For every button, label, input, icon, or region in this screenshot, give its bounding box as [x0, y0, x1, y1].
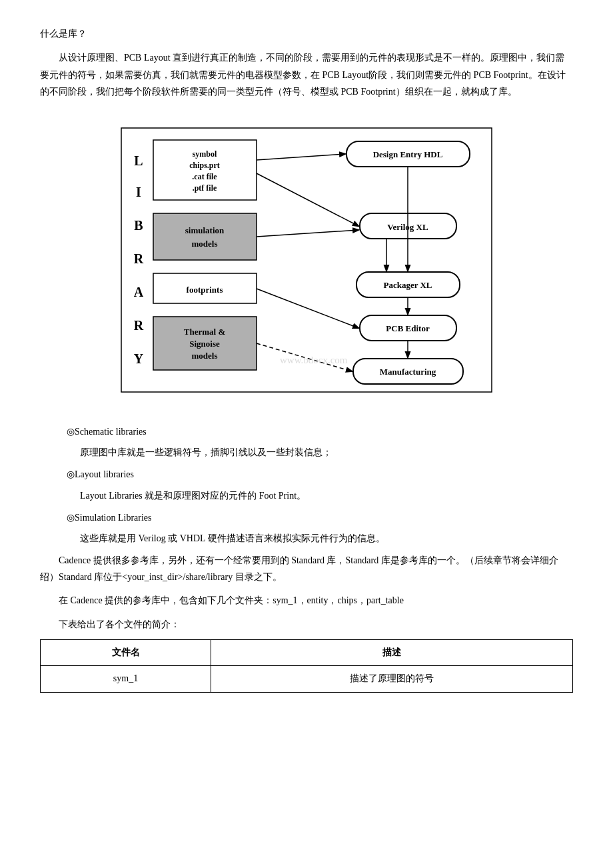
simulation-content: 这些库就是用 Verilog 或 VHDL 硬件描述语言来模拟实际元件行为的信息… [80, 530, 573, 547]
table-header-filename: 文件名 [41, 639, 211, 665]
svg-text:footprints: footprints [187, 285, 223, 295]
svg-text:.cat file: .cat file [192, 172, 217, 181]
svg-text:simulation: simulation [185, 225, 225, 235]
svg-text:symbol: symbol [193, 149, 217, 159]
table-cell-description: 描述了原理图的符号 [211, 666, 573, 692]
library-diagram: L I B R A R Y symbol chips.prt .cat file… [40, 113, 573, 407]
table-header-description: 描述 [211, 639, 573, 665]
layout-section: ◎Layout libraries Layout Libraries 就是和原理… [40, 466, 573, 503]
page-title: 什么是库？ [40, 27, 573, 41]
svg-text:Signoise: Signoise [189, 339, 220, 349]
svg-rect-13 [153, 213, 257, 260]
cadence-paragraph-1: Cadence 提供很多参考库，另外，还有一个经常要用到的 Standard 库… [40, 552, 573, 585]
schematic-section: ◎Schematic libraries 原理图中库就是一些逻辑符号，插脚引线以… [40, 423, 573, 461]
svg-text:PCB Editor: PCB Editor [386, 323, 430, 333]
schematic-bullet: ◎Schematic libraries [67, 423, 573, 440]
table-intro: 下表给出了各个文件的简介： [59, 616, 573, 633]
table-cell-filename: sym_1 [41, 666, 211, 692]
svg-text:Design Entry HDL: Design Entry HDL [373, 149, 443, 159]
svg-text:I: I [136, 185, 141, 199]
svg-text:A: A [134, 285, 144, 299]
svg-text:R: R [134, 251, 144, 266]
cadence-paragraph-2: 在 Cadence 提供的参考库中，包含如下几个文件夹：sym_1，entity… [40, 592, 573, 609]
simulation-section: ◎Simulation Libraries 这些库就是用 Verilog 或 V… [40, 509, 573, 547]
svg-text:L: L [134, 153, 143, 168]
svg-text:www.bdocx.com: www.bdocx.com [280, 355, 348, 365]
layout-bullet: ◎Layout libraries [67, 466, 573, 483]
files-table: 文件名 描述 sym_1 描述了原理图的符号 [40, 639, 573, 693]
table-row: sym_1 描述了原理图的符号 [41, 666, 573, 692]
svg-text:Y: Y [134, 351, 144, 366]
svg-text:models: models [192, 239, 218, 249]
simulation-bullet: ◎Simulation Libraries [67, 509, 573, 526]
svg-text:chips.prt: chips.prt [189, 161, 220, 170]
svg-text:.ptf file: .ptf file [193, 183, 217, 193]
svg-text:Manufacturing: Manufacturing [380, 367, 436, 377]
svg-text:R: R [134, 318, 144, 333]
svg-text:Thermal &: Thermal & [184, 327, 226, 337]
svg-text:B: B [134, 218, 143, 233]
svg-text:Packager XL: Packager XL [383, 280, 432, 290]
schematic-content: 原理图中库就是一些逻辑符号，插脚引线以及一些封装信息； [80, 444, 573, 461]
layout-content: Layout Libraries 就是和原理图对应的元件的 Foot Print… [80, 487, 573, 504]
svg-text:models: models [192, 351, 218, 361]
intro-paragraph: 从设计原理图、PCB Layout 直到进行真正的制造，不同的阶段，需要用到的元… [40, 49, 573, 100]
